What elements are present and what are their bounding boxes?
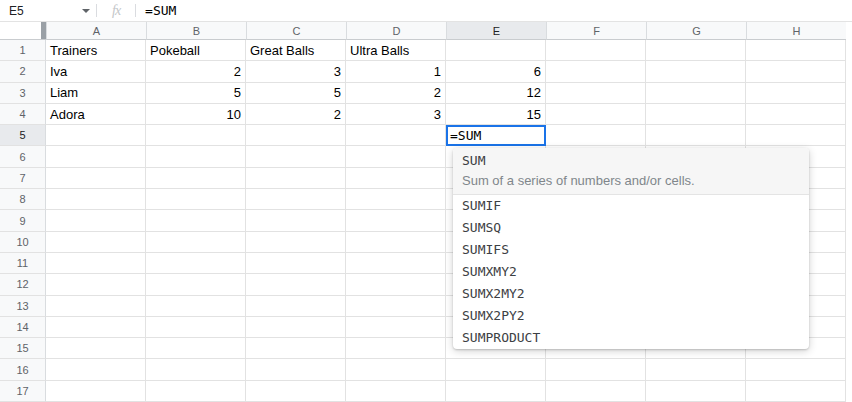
cell-c10[interactable] <box>246 232 346 253</box>
cell-e5-editing[interactable]: =SUM <box>446 125 546 146</box>
cell-b8[interactable] <box>146 189 246 210</box>
cell-e1[interactable] <box>446 40 546 61</box>
cell-c7[interactable] <box>246 168 346 189</box>
cell-g5[interactable] <box>646 125 746 146</box>
cell-f5[interactable] <box>546 125 646 146</box>
name-box[interactable]: E5 <box>0 0 96 21</box>
autocomplete-item-sumxmy2[interactable]: SUMXMY2 <box>453 261 809 283</box>
cell-a2[interactable]: Iva <box>46 61 146 82</box>
cell-a3[interactable]: Liam <box>46 83 146 104</box>
cell-g16[interactable] <box>646 359 746 380</box>
cell-d15[interactable] <box>346 338 446 359</box>
cell-h2[interactable] <box>746 61 846 82</box>
cell-h1[interactable] <box>746 40 846 61</box>
autocomplete-item-sumsq[interactable]: SUMSQ <box>453 217 809 239</box>
cell-h4[interactable] <box>746 104 846 125</box>
cell-e16[interactable] <box>446 359 546 380</box>
cell-a16[interactable] <box>46 359 146 380</box>
cell-f17[interactable] <box>546 381 646 402</box>
cell-h3[interactable] <box>746 83 846 104</box>
cell-e3[interactable]: 12 <box>446 83 546 104</box>
cell-f1[interactable] <box>546 40 646 61</box>
cell-a17[interactable] <box>46 381 146 402</box>
cell-c2[interactable]: 3 <box>246 61 346 82</box>
cell-d17[interactable] <box>346 381 446 402</box>
row-header-3[interactable]: 3 <box>0 83 46 104</box>
column-header-h[interactable]: H <box>746 22 846 40</box>
cell-b17[interactable] <box>146 381 246 402</box>
cell-d11[interactable] <box>346 253 446 274</box>
cell-c13[interactable] <box>246 296 346 317</box>
row-header-14[interactable]: 14 <box>0 317 46 338</box>
row-header-5[interactable]: 5 <box>0 125 46 146</box>
cell-d7[interactable] <box>346 168 446 189</box>
column-header-a[interactable]: A <box>46 22 146 40</box>
cell-d14[interactable] <box>346 317 446 338</box>
cell-b4[interactable]: 10 <box>146 104 246 125</box>
row-header-17[interactable]: 17 <box>0 381 46 402</box>
cell-h5[interactable] <box>746 125 846 146</box>
cell-d10[interactable] <box>346 232 446 253</box>
cell-a13[interactable] <box>46 296 146 317</box>
cell-c12[interactable] <box>246 274 346 295</box>
cell-a8[interactable] <box>46 189 146 210</box>
autocomplete-item-sumx2my2[interactable]: SUMX2MY2 <box>453 283 809 305</box>
autocomplete-item-sumproduct[interactable]: SUMPRODUCT <box>453 327 809 349</box>
cell-a5[interactable] <box>46 125 146 146</box>
cell-b13[interactable] <box>146 296 246 317</box>
cell-a7[interactable] <box>46 168 146 189</box>
cell-a4[interactable]: Adora <box>46 104 146 125</box>
cell-d13[interactable] <box>346 296 446 317</box>
row-header-4[interactable]: 4 <box>0 104 46 125</box>
column-header-g[interactable]: G <box>646 22 746 40</box>
column-header-f[interactable]: F <box>546 22 646 40</box>
cell-a12[interactable] <box>46 274 146 295</box>
cell-d8[interactable] <box>346 189 446 210</box>
row-header-16[interactable]: 16 <box>0 359 46 380</box>
cell-c3[interactable]: 5 <box>246 83 346 104</box>
row-header-11[interactable]: 11 <box>0 253 46 274</box>
cell-b14[interactable] <box>146 317 246 338</box>
cell-d3[interactable]: 2 <box>346 83 446 104</box>
cell-c14[interactable] <box>246 317 346 338</box>
cell-c4[interactable]: 2 <box>246 104 346 125</box>
autocomplete-item-sumx2py2[interactable]: SUMX2PY2 <box>453 305 809 327</box>
cell-b15[interactable] <box>146 338 246 359</box>
column-header-b[interactable]: B <box>146 22 246 40</box>
cell-b16[interactable] <box>146 359 246 380</box>
cell-b6[interactable] <box>146 146 246 167</box>
cell-c17[interactable] <box>246 381 346 402</box>
cell-d4[interactable]: 3 <box>346 104 446 125</box>
cell-e2[interactable]: 6 <box>446 61 546 82</box>
row-header-7[interactable]: 7 <box>0 168 46 189</box>
row-header-13[interactable]: 13 <box>0 296 46 317</box>
cell-c6[interactable] <box>246 146 346 167</box>
cell-d12[interactable] <box>346 274 446 295</box>
formula-input[interactable]: =SUM <box>145 3 176 18</box>
cell-g3[interactable] <box>646 83 746 104</box>
row-header-6[interactable]: 6 <box>0 146 46 167</box>
cell-e4[interactable]: 15 <box>446 104 546 125</box>
cell-c9[interactable] <box>246 210 346 231</box>
cell-h16[interactable] <box>746 359 846 380</box>
cell-e17[interactable] <box>446 381 546 402</box>
cell-g1[interactable] <box>646 40 746 61</box>
cell-a1[interactable]: Trainers <box>46 40 146 61</box>
cell-f2[interactable] <box>546 61 646 82</box>
cell-b1[interactable]: Pokeball <box>146 40 246 61</box>
cell-a10[interactable] <box>46 232 146 253</box>
cell-d6[interactable] <box>346 146 446 167</box>
cell-g4[interactable] <box>646 104 746 125</box>
cell-g17[interactable] <box>646 381 746 402</box>
cell-b10[interactable] <box>146 232 246 253</box>
cell-c16[interactable] <box>246 359 346 380</box>
column-header-e[interactable]: E <box>446 22 546 40</box>
cell-f3[interactable] <box>546 83 646 104</box>
chevron-down-icon[interactable] <box>82 9 90 13</box>
cell-d16[interactable] <box>346 359 446 380</box>
row-header-1[interactable]: 1 <box>0 40 46 61</box>
cell-d2[interactable]: 1 <box>346 61 446 82</box>
row-header-12[interactable]: 12 <box>0 274 46 295</box>
cell-c15[interactable] <box>246 338 346 359</box>
row-header-2[interactable]: 2 <box>0 61 46 82</box>
